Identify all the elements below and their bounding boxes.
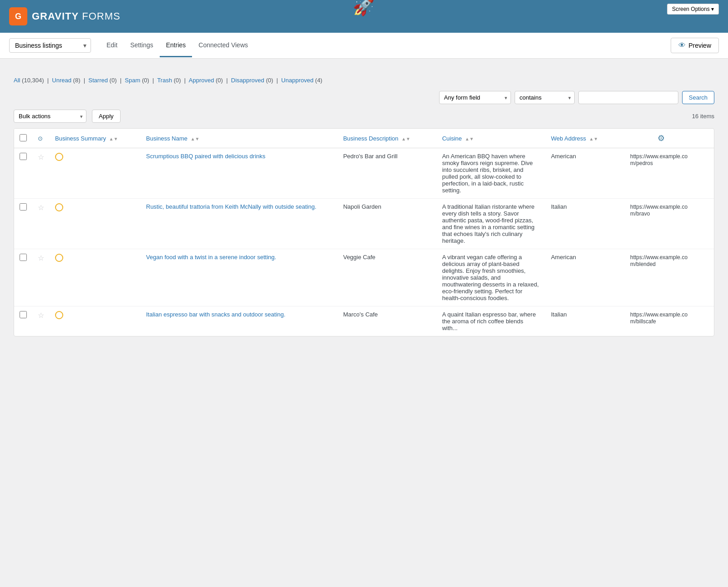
filter-all[interactable]: All xyxy=(14,77,20,84)
row-description-cell: A vibrant vegan cafe offering a deliciou… xyxy=(437,249,546,306)
eye-icon: 👁 xyxy=(678,41,686,50)
row-description-cell: A traditional Italian ristorante where e… xyxy=(437,199,546,249)
th-star-col: ⊙ xyxy=(32,129,50,148)
row-checkbox[interactable] xyxy=(20,254,27,261)
row-checkbox-cell xyxy=(14,249,32,306)
status-circle-icon[interactable] xyxy=(55,254,63,262)
th-business-description[interactable]: Business Description ▲▼ xyxy=(338,129,437,148)
bulk-actions-area: Bulk actions Apply xyxy=(14,110,121,123)
entries-table: ⊙ Business Summary ▲▼ Business Name ▲▼ B… xyxy=(14,129,714,336)
spam-count: (0) xyxy=(142,77,149,84)
th-cuisine[interactable]: Cuisine ▲▼ xyxy=(437,129,546,148)
table-row: ☆ Rustic, beautiful trattoria from Keith… xyxy=(14,199,714,249)
row-name-cell: Marco's Cafe xyxy=(338,306,437,336)
row-checkbox[interactable] xyxy=(20,203,27,211)
unapproved-count: (4) xyxy=(315,77,323,84)
row-star-cell: ☆ xyxy=(32,306,50,336)
preview-label: Preview xyxy=(688,42,711,49)
star-icon[interactable]: ☆ xyxy=(38,254,44,262)
entry-summary-link[interactable]: Vegan food with a twist in a serene indo… xyxy=(146,254,276,261)
table-row: ☆ Italian espresso bar with snacks and o… xyxy=(14,306,714,336)
entry-summary-link[interactable]: Rustic, beautiful trattoria from Keith M… xyxy=(146,203,316,210)
entry-description: A quaint Italian espresso bar, where the… xyxy=(442,311,536,331)
entry-web-address: https://www.example.com/blended xyxy=(630,254,688,267)
status-circle-icon[interactable] xyxy=(55,203,63,211)
starred-count: (0) xyxy=(110,77,117,84)
entry-summary-link[interactable]: Italian espresso bar with snacks and out… xyxy=(146,311,285,318)
star-icon[interactable]: ☆ xyxy=(38,153,44,161)
th-checkbox-col xyxy=(14,129,32,148)
row-checkbox[interactable] xyxy=(20,153,27,160)
filter-links: All (10,304) | Unread (8) | Starred (0) … xyxy=(14,77,714,84)
th-web-address[interactable]: Web Address ▲▼ xyxy=(546,129,625,148)
bulk-actions-select[interactable]: Bulk actions xyxy=(14,110,86,123)
screen-options-button[interactable]: Screen Options ▾ xyxy=(667,4,719,15)
filter-unapproved[interactable]: Unapproved xyxy=(281,77,313,84)
preview-button[interactable]: 👁 Preview xyxy=(671,38,719,53)
row-settings-cell xyxy=(698,199,714,249)
nav-edit[interactable]: Edit xyxy=(100,34,124,57)
sort-icon-description: ▲▼ xyxy=(401,136,410,141)
nav-bar: Business listings Edit Settings Entries … xyxy=(0,33,728,59)
search-button[interactable]: Search xyxy=(682,91,714,104)
row-name-cell: Pedro's Bar and Grill xyxy=(338,148,437,199)
row-status-cell xyxy=(50,199,141,249)
search-input[interactable] xyxy=(578,91,678,104)
entry-business-name: Napoli Garden xyxy=(343,203,381,210)
star-icon[interactable]: ☆ xyxy=(38,204,44,211)
row-star-cell: ☆ xyxy=(32,148,50,199)
star-icon[interactable]: ☆ xyxy=(38,311,44,319)
form-selector[interactable]: Business listings xyxy=(9,38,91,53)
row-settings-cell xyxy=(698,249,714,306)
field-select[interactable]: Any form field Business Summary Business… xyxy=(439,91,511,104)
th-business-name[interactable]: Business Name ▲▼ xyxy=(141,129,338,148)
items-count: 16 items xyxy=(692,113,714,120)
all-count: (10,304) xyxy=(22,77,44,84)
row-star-cell: ☆ xyxy=(32,199,50,249)
entry-web-address: https://www.example.com/bravo xyxy=(630,204,688,217)
condition-select[interactable]: contains does not contain is is not star… xyxy=(515,91,575,104)
th-web-address-label: Web Address xyxy=(551,135,586,142)
row-cuisine-cell: American xyxy=(546,249,625,306)
filter-approved[interactable]: Approved xyxy=(189,77,214,84)
row-web-cell: https://www.example.com/billscafe xyxy=(625,306,698,336)
row-description-cell: An American BBQ haven where smoky flavor… xyxy=(437,148,546,199)
row-status-cell xyxy=(50,306,141,336)
th-business-summary[interactable]: Business Summary ▲▼ xyxy=(50,129,141,148)
th-settings-col: ⚙ xyxy=(625,129,698,148)
table-body: ☆ Scrumptious BBQ paired with delicious … xyxy=(14,148,714,336)
row-web-cell: https://www.example.com/blended xyxy=(625,249,698,306)
th-business-summary-label: Business Summary xyxy=(55,135,106,142)
filter-disapproved[interactable]: Disapproved xyxy=(231,77,264,84)
entry-web-address: https://www.example.com/billscafe xyxy=(630,311,688,325)
row-checkbox-cell xyxy=(14,306,32,336)
entry-description: A vibrant vegan cafe offering a deliciou… xyxy=(442,254,539,301)
row-web-cell: https://www.example.com/bravo xyxy=(625,199,698,249)
entry-description: A traditional Italian ristorante where e… xyxy=(442,203,535,244)
rocket-decoration: 🚀 xyxy=(353,0,375,17)
entry-status-header-icon: ⊙ xyxy=(38,135,43,142)
filter-starred[interactable]: Starred xyxy=(88,77,108,84)
table-settings-gear-icon[interactable]: ⚙ xyxy=(657,134,665,143)
filter-spam[interactable]: Spam xyxy=(125,77,140,84)
select-all-checkbox[interactable] xyxy=(20,134,27,141)
logo-icon: G xyxy=(9,7,27,25)
status-circle-icon[interactable] xyxy=(55,153,63,161)
row-name-cell: Napoli Garden xyxy=(338,199,437,249)
status-circle-icon[interactable] xyxy=(55,311,63,319)
apply-button[interactable]: Apply xyxy=(92,110,121,123)
row-summary-cell: Rustic, beautiful trattoria from Keith M… xyxy=(141,199,338,249)
row-cuisine-cell: Italian xyxy=(546,199,625,249)
row-star-cell: ☆ xyxy=(32,249,50,306)
entry-cuisine: Italian xyxy=(551,311,567,318)
nav-entries[interactable]: Entries xyxy=(160,34,192,57)
nav-connected-views[interactable]: Connected Views xyxy=(192,34,254,57)
filter-unread[interactable]: Unread xyxy=(52,77,71,84)
logo-area: G GRAVITY FORMS xyxy=(9,7,121,25)
filter-trash[interactable]: Trash xyxy=(157,77,172,84)
nav-settings[interactable]: Settings xyxy=(124,34,160,57)
row-checkbox[interactable] xyxy=(20,311,27,318)
row-cuisine-cell: American xyxy=(546,148,625,199)
row-status-cell xyxy=(50,148,141,199)
entry-summary-link[interactable]: Scrumptious BBQ paired with delicious dr… xyxy=(146,153,265,160)
